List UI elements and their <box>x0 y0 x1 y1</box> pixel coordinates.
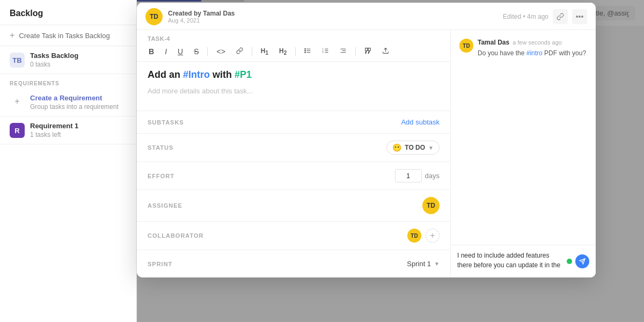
chat-actions <box>567 254 589 268</box>
sprint-badge[interactable]: Sprint 1 ▼ <box>407 260 440 268</box>
comment-text: Do you have the #intro PDF with you? <box>478 48 587 58</box>
effort-field-row: EFFORT days <box>137 162 450 189</box>
status-label: STATUS <box>148 144 233 151</box>
effort-label: EFFORT <box>148 173 233 179</box>
indent-icon <box>340 47 347 54</box>
bold-button[interactable]: B <box>147 46 156 57</box>
sidebar: Backlog + Create Task in Tasks Backlog T… <box>0 0 137 322</box>
create-req-sub: Group tasks into a requirement <box>30 103 119 111</box>
numbered-list-button[interactable]: 1 2 3 <box>320 46 331 57</box>
status-field-row: STATUS 😶 TO DO ▼ <box>137 133 450 162</box>
link-icon-button[interactable] <box>553 9 568 24</box>
modal-right-info: Edited • 4m ago ••• <box>503 9 587 24</box>
add-collaborator-button[interactable]: + <box>426 229 440 243</box>
title-plain: Add an <box>148 69 183 80</box>
comment-time: a few seconds ago <box>513 39 562 46</box>
numbered-list-icon: 1 2 3 <box>322 47 329 54</box>
requirement1-sub: 1 tasks left <box>30 131 127 138</box>
indent-button[interactable] <box>338 46 349 57</box>
create-task-button[interactable]: + Create Task in Tasks Backlog <box>0 25 136 46</box>
modal-right-panel: TD Tamal Das a few seconds ago Do you ha… <box>451 30 596 277</box>
quote-button[interactable] <box>362 46 374 57</box>
chat-input[interactable]: I need to include added features there b… <box>457 251 562 272</box>
task-description[interactable]: Add more details about this task... <box>137 84 450 111</box>
bullet-list-button[interactable] <box>302 46 313 57</box>
title-mid: with <box>210 69 235 80</box>
status-badge[interactable]: 😶 TO DO ▼ <box>386 141 440 155</box>
sidebar-header: Backlog <box>0 0 136 25</box>
creator-avatar: TD <box>145 8 163 25</box>
comment-header: Tamal Das a few seconds ago <box>478 39 587 46</box>
task-title: Add an #Intro with #P1 <box>148 69 440 80</box>
toolbar-sep-3 <box>295 47 296 56</box>
create-requirement-button[interactable]: + Create a Requirement Group tasks into … <box>0 89 136 116</box>
h2-button[interactable]: H2 <box>277 46 289 57</box>
toolbar-sep-1 <box>207 47 208 56</box>
more-icon: ••• <box>576 12 584 21</box>
upload-button[interactable] <box>380 46 391 57</box>
collaborator-avatar[interactable]: TD <box>407 229 421 243</box>
strikethrough-button[interactable]: S <box>192 46 201 57</box>
edited-label: Edited • 4m ago <box>503 13 548 20</box>
requirement1-name: Requirement 1 <box>30 122 127 130</box>
comment-tag: #intro <box>526 49 543 57</box>
assignee-avatar[interactable]: TD <box>422 197 440 214</box>
assignee-label: ASSIGNEE <box>148 202 233 209</box>
effort-unit: days <box>425 172 440 180</box>
creator-name: Created by Tamal Das <box>168 10 235 17</box>
create-req-plus-icon: + <box>10 94 25 109</box>
description-placeholder: Add more details about this task... <box>148 87 253 95</box>
tasks-backlog-icon: TB <box>10 53 25 68</box>
title-tag2: #P1 <box>235 69 252 80</box>
tasks-backlog-count: 0 tasks <box>30 61 127 68</box>
subtasks-section: SUBTASKS Add subtask <box>137 111 450 133</box>
requirements-label: REQUIREMENTS <box>0 74 136 89</box>
modal-topbar: TD Created by Tamal Das Aug 4, 2021 Edit… <box>137 3 596 30</box>
italic-button[interactable]: I <box>163 46 169 57</box>
bullet-list-icon <box>304 47 311 54</box>
effort-value: days <box>233 169 440 182</box>
formatting-toolbar: B I U S <> H1 H2 <box>137 42 450 62</box>
comment-item: TD Tamal Das a few seconds ago Do you ha… <box>459 39 587 58</box>
sprint-field-row: SPRINT Sprint 1 ▼ <box>137 250 450 277</box>
sprint-caret-icon: ▼ <box>434 261 440 267</box>
task-id: TASK-4 <box>137 30 450 42</box>
toolbar-sep-2 <box>252 47 252 56</box>
collaborator-label: COLLABORATOR <box>148 232 233 239</box>
sprint-value: Sprint 1 ▼ <box>233 260 440 268</box>
requirement1-text: Requirement 1 1 tasks left <box>30 122 127 138</box>
more-options-button[interactable]: ••• <box>572 9 587 24</box>
add-subtask-button[interactable]: Add subtask <box>401 118 440 126</box>
collaborator-row: TD + <box>407 229 440 243</box>
task-modal: TD Created by Tamal Das Aug 4, 2021 Edit… <box>137 3 596 277</box>
status-emoji: 😶 <box>392 143 401 152</box>
link-button[interactable] <box>234 46 245 57</box>
tasks-backlog-item[interactable]: TB Tasks Backlog 0 tasks <box>0 46 136 74</box>
creator-info: TD Created by Tamal Das Aug 4, 2021 <box>145 8 235 25</box>
requirement1-item[interactable]: R Requirement 1 1 tasks left <box>0 116 136 144</box>
h1-button[interactable]: H1 <box>259 46 270 57</box>
subtasks-label: SUBTASKS <box>148 119 401 126</box>
link-icon <box>557 13 564 20</box>
assignee-value: TD <box>233 197 440 214</box>
comment-area: TD Tamal Das a few seconds ago Do you ha… <box>451 30 596 245</box>
collaborator-field-row: COLLABORATOR TD + <box>137 221 450 250</box>
svg-point-5 <box>305 49 306 50</box>
create-req-text: Create a Requirement Group tasks into a … <box>30 94 119 111</box>
effort-input[interactable] <box>395 169 422 182</box>
send-message-button[interactable] <box>575 254 589 268</box>
status-text: TO DO <box>405 144 425 151</box>
underline-button[interactable]: U <box>175 46 185 57</box>
send-icon <box>579 258 586 265</box>
sidebar-title: Backlog <box>10 9 43 18</box>
toolbar-sep-4 <box>355 47 356 56</box>
upload-icon <box>382 47 389 54</box>
create-req-name: Create a Requirement <box>30 94 119 102</box>
title-tag1: #Intro <box>183 69 210 80</box>
comment-content: Tamal Das a few seconds ago Do you have … <box>478 39 587 58</box>
task-title-area[interactable]: Add an #Intro with #P1 <box>137 62 450 84</box>
code-button[interactable]: <> <box>214 46 227 57</box>
status-dot-icon <box>567 259 572 264</box>
tasks-backlog-text: Tasks Backlog 0 tasks <box>30 52 127 68</box>
sprint-label: SPRINT <box>148 261 233 267</box>
